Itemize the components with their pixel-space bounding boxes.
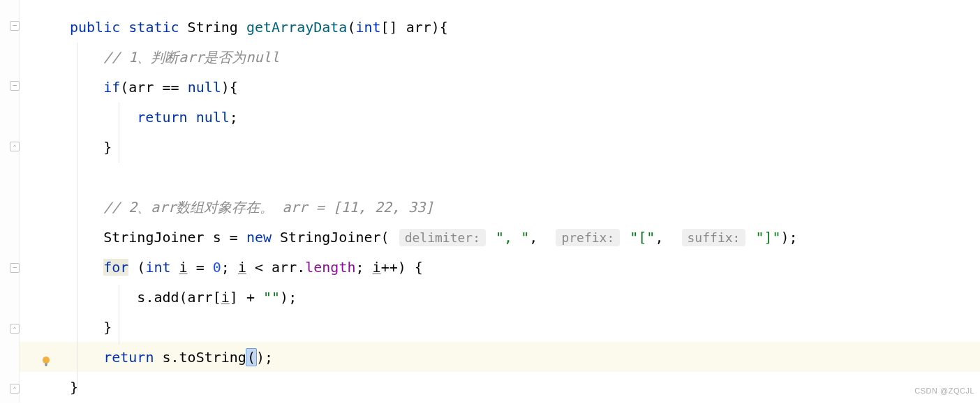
operator: == [162, 79, 179, 96]
code-line[interactable]: } [28, 313, 980, 343]
parameter-hint: prefix: [556, 229, 620, 246]
param-type: int [355, 19, 380, 36]
parameter-hint: suffix: [682, 229, 746, 246]
keyword-null: null [196, 109, 230, 126]
string-literal: ", " [496, 229, 529, 246]
operator: = [196, 259, 205, 276]
keyword-for: for [103, 259, 128, 276]
comment: // 1、判断arr是否为null [103, 49, 279, 66]
operator: ++ [381, 259, 398, 276]
identifier: arr [272, 259, 297, 276]
identifier: arr [128, 79, 154, 96]
identifier: arr [188, 289, 213, 306]
variable: s [137, 289, 145, 306]
method-name: getArrayData [246, 19, 348, 36]
gutter [0, 0, 20, 403]
fold-end-icon[interactable] [10, 324, 20, 334]
operator: < [255, 259, 263, 276]
keyword-return: return [103, 349, 154, 366]
variable: s [162, 349, 170, 366]
code-line[interactable]: // 1、判断arr是否为null [28, 43, 980, 73]
keyword-int: int [145, 259, 170, 276]
type: StringJoiner [103, 229, 205, 246]
code-editor[interactable]: public static String getArrayData(int[] … [0, 0, 980, 403]
return-type: String [188, 19, 238, 36]
variable-i: i [221, 289, 230, 306]
variable-i: i [373, 259, 381, 276]
method-call: toString [179, 349, 246, 366]
code-line[interactable]: public static String getArrayData(int[] … [28, 13, 980, 43]
comment: // 2、arr数组对象存在。 arr = [11, 22, 33] [103, 199, 433, 216]
code-line[interactable]: for (int i = 0; i < arr.length; i++) { [28, 253, 980, 283]
brace: } [103, 139, 112, 156]
method-call: add [154, 289, 179, 306]
code-line[interactable]: // 2、arr数组对象存在。 arr = [11, 22, 33] [28, 193, 980, 223]
code-line[interactable]: } [28, 373, 980, 403]
param-brackets: [] [381, 19, 398, 36]
code-line[interactable]: StringJoiner s = new StringJoiner( delim… [28, 223, 980, 253]
code-line[interactable]: s.add(arr[i] + ""); [28, 283, 980, 313]
field: length [305, 259, 355, 276]
fold-end-icon[interactable] [10, 384, 20, 394]
variable-i: i [238, 259, 246, 276]
fold-marker-icon[interactable] [10, 81, 20, 91]
string-literal: "]" [755, 229, 780, 246]
fold-marker-icon[interactable] [10, 263, 20, 273]
code-line[interactable]: return null; [28, 103, 980, 133]
string-literal: "[" [630, 229, 655, 246]
brace: } [103, 319, 112, 336]
fold-marker-icon[interactable] [10, 21, 20, 31]
matched-paren-icon: ( [246, 348, 257, 366]
code-line[interactable]: return s.toString(); [28, 343, 980, 373]
code-line[interactable]: if(arr == null){ [28, 73, 980, 103]
watermark: CSDN @ZQCJL [914, 383, 974, 400]
param-name: arr [406, 19, 431, 36]
keyword-new: new [246, 229, 272, 246]
parameter-hint: delimiter: [399, 229, 486, 246]
code-line[interactable] [28, 163, 980, 193]
number: 0 [213, 259, 221, 276]
string-literal: "" [263, 289, 280, 306]
constructor: StringJoiner [280, 229, 381, 246]
code-line[interactable]: } [28, 133, 980, 163]
keyword-null: null [188, 79, 221, 96]
keyword-static: static [128, 19, 179, 36]
keyword-return: return [137, 109, 187, 126]
keyword-if: if [103, 79, 120, 96]
fold-end-icon[interactable] [10, 142, 20, 151]
variable-i: i [179, 259, 188, 276]
variable: s [213, 229, 221, 246]
operator: + [246, 289, 255, 306]
keyword-public: public [70, 19, 120, 36]
